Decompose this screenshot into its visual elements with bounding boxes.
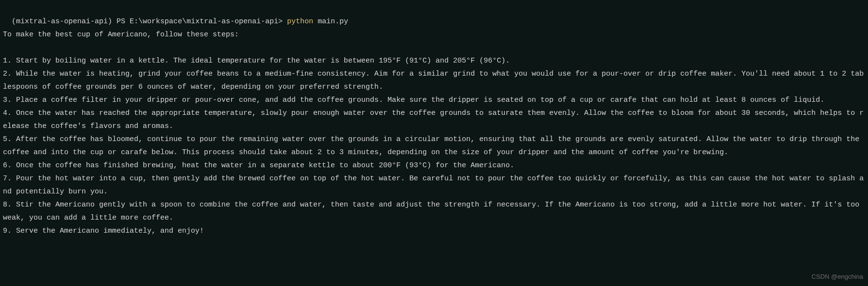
output-step: 8. Stir the Americano gently with a spoo…: [3, 198, 865, 224]
command-name: python: [287, 17, 313, 26]
output-step: 2. While the water is heating, grind you…: [3, 67, 865, 94]
output-step: 6. Once the coffee has finished brewing,…: [3, 159, 865, 172]
output-step: 5. After the coffee has bloomed, continu…: [3, 133, 865, 159]
output-step: 9. Serve the Americano immediately, and …: [3, 224, 865, 238]
command-arg: main.py: [317, 17, 348, 26]
watermark: CSDN @engchina: [812, 271, 863, 282]
prompt-shell: PS: [117, 17, 125, 26]
prompt-path: E:\workspace\mixtral-as-openai-api>: [130, 17, 283, 26]
output-step: 1. Start by boiling water in a kettle. T…: [3, 54, 865, 67]
output-step: 7. Pour the hot water into a cup, then g…: [3, 172, 865, 198]
output-step: 3. Place a coffee filter in your dripper…: [3, 94, 865, 107]
blank-line: [3, 41, 865, 54]
prompt-line[interactable]: (mixtral-as-openai-api) PS E:\workspace\…: [3, 2, 865, 28]
output-step: 4. Once the water has reached the approp…: [3, 107, 865, 133]
output-intro: To make the best cup of Americano, follo…: [3, 28, 865, 41]
prompt-env: (mixtral-as-openai-api): [12, 17, 112, 26]
